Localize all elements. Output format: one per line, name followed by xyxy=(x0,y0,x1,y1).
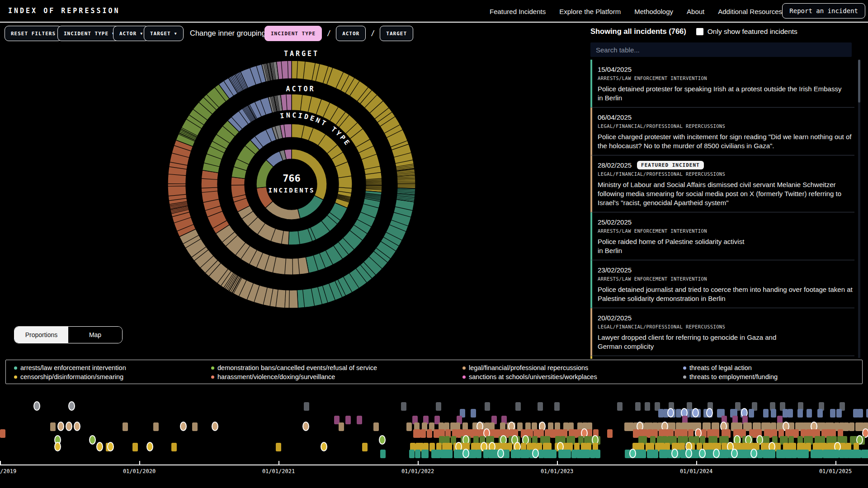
timeline-mark[interactable] xyxy=(765,443,771,451)
timeline-mark[interactable] xyxy=(820,422,826,431)
timeline-mark[interactable] xyxy=(633,422,639,431)
timeline-mark[interactable] xyxy=(789,422,794,431)
incident-card[interactable]: 23/02/2025ARRESTS/LAW ENFORCEMENT INTERV… xyxy=(590,260,854,308)
timeline-mark[interactable] xyxy=(670,450,675,458)
timeline-mark[interactable] xyxy=(531,443,537,451)
sunburst-segment-target-sanctions[interactable] xyxy=(277,61,292,80)
timeline-mark[interactable] xyxy=(783,443,788,451)
timeline-mark[interactable] xyxy=(665,443,670,451)
timeline-mark[interactable] xyxy=(524,450,529,458)
timeline-mark[interactable] xyxy=(859,436,865,445)
timeline-mark[interactable] xyxy=(525,422,531,431)
timeline-mark[interactable] xyxy=(533,429,539,438)
timeline-mark[interactable] xyxy=(717,409,722,418)
timeline-mark[interactable] xyxy=(514,436,520,445)
timeline-mark[interactable] xyxy=(471,443,476,451)
timeline-mark[interactable] xyxy=(500,450,505,458)
timeline-mark[interactable] xyxy=(629,450,635,458)
timeline-mark[interactable] xyxy=(445,429,451,438)
timeline-mark[interactable] xyxy=(434,416,440,424)
timeline-mark[interactable] xyxy=(706,450,711,458)
timeline-mark[interactable] xyxy=(458,450,463,458)
timeline-mark[interactable] xyxy=(339,422,344,431)
timeline-mark[interactable] xyxy=(462,422,468,431)
timeline-mark[interactable] xyxy=(455,422,460,431)
timeline-mark[interactable] xyxy=(731,422,736,431)
timeline-mark[interactable] xyxy=(854,443,859,451)
timeline-mark[interactable] xyxy=(801,429,806,438)
timeline-mark[interactable] xyxy=(712,436,717,445)
timeline-mark[interactable] xyxy=(741,409,746,418)
timeline-featured-mark[interactable] xyxy=(33,401,40,411)
timeline-mark[interactable] xyxy=(840,402,845,411)
timeline-mark[interactable] xyxy=(485,402,490,411)
timeline-mark[interactable] xyxy=(813,443,818,451)
timeline-mark[interactable] xyxy=(663,409,669,418)
timeline-featured-mark[interactable] xyxy=(706,408,713,418)
timeline-featured-mark[interactable] xyxy=(750,449,757,458)
grouping-chip-incident-type[interactable]: INCIDENT TYPE xyxy=(264,26,322,41)
timeline-mark[interactable] xyxy=(780,450,786,458)
timeline-mark[interactable] xyxy=(547,450,553,458)
timeline-mark[interactable] xyxy=(800,443,806,451)
timeline-mark[interactable] xyxy=(480,436,485,445)
timeline-mark[interactable] xyxy=(720,450,725,458)
timeline-mark[interactable] xyxy=(638,436,644,445)
timeline-mark[interactable] xyxy=(803,450,809,458)
timeline-mark[interactable] xyxy=(783,436,788,445)
timeline-mark[interactable] xyxy=(509,436,514,445)
timeline-mark[interactable] xyxy=(756,429,762,438)
timeline-mark[interactable] xyxy=(509,429,514,438)
timeline-mark[interactable] xyxy=(491,450,496,458)
timeline-mark[interactable] xyxy=(714,422,719,431)
timeline-mark[interactable] xyxy=(722,422,727,431)
timeline-mark[interactable] xyxy=(817,450,823,458)
timeline-mark[interactable] xyxy=(568,422,574,431)
timeline-mark[interactable] xyxy=(511,450,516,458)
timeline-mark[interactable] xyxy=(473,436,479,445)
timeline-mark[interactable] xyxy=(576,450,582,458)
timeline-mark[interactable] xyxy=(585,450,590,458)
timeline-mark[interactable] xyxy=(555,422,560,431)
timeline-featured-mark[interactable] xyxy=(685,449,692,458)
timeline-mark[interactable] xyxy=(649,443,654,451)
timeline-mark[interactable] xyxy=(479,429,485,438)
timeline-featured-mark[interactable] xyxy=(661,422,668,431)
timeline-mark[interactable] xyxy=(668,429,674,438)
sunburst-segment-target-threats-legal[interactable] xyxy=(219,64,266,99)
timeline-featured-mark[interactable] xyxy=(462,435,469,445)
timeline-mark[interactable] xyxy=(737,443,742,451)
nav-item-featured-incidents[interactable]: Featured Incidents xyxy=(490,8,546,15)
timeline-mark[interactable] xyxy=(776,450,782,458)
sunburst-segment-inner-grouping-arrests[interactable] xyxy=(298,196,324,219)
timeline-mark[interactable] xyxy=(595,436,600,445)
timeline-mark[interactable] xyxy=(515,402,521,411)
timeline-mark[interactable] xyxy=(489,436,494,445)
timeline-mark[interactable] xyxy=(304,402,309,411)
timeline-mark[interactable] xyxy=(644,422,650,431)
timeline-mark[interactable] xyxy=(703,409,709,418)
timeline-mark[interactable] xyxy=(578,429,583,438)
timeline-mark[interactable] xyxy=(586,443,591,451)
timeline-mark[interactable] xyxy=(587,429,592,438)
timeline-mark[interactable] xyxy=(543,450,549,458)
timeline-mark[interactable] xyxy=(628,422,634,431)
timeline-mark[interactable] xyxy=(682,429,688,438)
timeline-mark[interactable] xyxy=(486,436,491,445)
timeline-mark[interactable] xyxy=(743,450,749,458)
timeline-mark[interactable] xyxy=(807,422,812,431)
timeline-mark[interactable] xyxy=(532,422,537,431)
timeline-mark[interactable] xyxy=(543,443,548,451)
timeline-featured-mark[interactable] xyxy=(455,442,462,451)
incident-card[interactable]: 28/02/2025FEATURED INCIDENTLEGAL/FINANCI… xyxy=(590,155,854,212)
timeline-mark[interactable] xyxy=(562,450,567,458)
timeline-mark[interactable] xyxy=(538,429,544,438)
timeline-mark[interactable] xyxy=(480,443,486,451)
timeline-mark[interactable] xyxy=(716,450,722,458)
timeline-mark[interactable] xyxy=(652,422,658,431)
timeline-mark[interactable] xyxy=(811,429,816,438)
timeline-mark[interactable] xyxy=(770,450,775,458)
timeline-mark[interactable] xyxy=(737,429,743,438)
timeline-mark[interactable] xyxy=(695,409,701,418)
timeline-mark[interactable] xyxy=(806,429,811,438)
